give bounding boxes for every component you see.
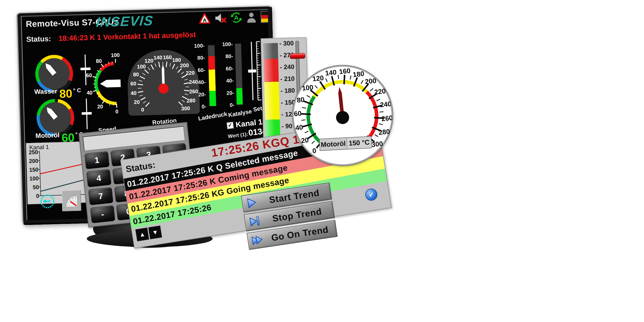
check-icon: ✓	[368, 190, 375, 199]
scroll-down-button[interactable]: ▼	[148, 225, 162, 239]
thermometer-tick-label: - 90	[281, 122, 293, 130]
back-button[interactable]	[40, 193, 55, 209]
bar-tick-label: 20-	[198, 91, 206, 98]
svg-text:250: 250	[29, 149, 38, 155]
svg-text:120: 120	[312, 74, 324, 83]
motoroel-big-gauge: 0204060801001201401601802002202402602803…	[288, 60, 397, 170]
svg-text:100: 100	[302, 84, 314, 92]
svg-text:140: 140	[325, 68, 337, 77]
bar-tick-label: 60-	[226, 65, 233, 72]
bar-tick-label: 80-	[225, 53, 233, 60]
fast-forward-icon	[251, 233, 264, 247]
svg-text:150: 150	[29, 167, 38, 173]
svg-text:A: A	[203, 17, 207, 23]
svg-text:50: 50	[33, 184, 39, 190]
arrow-left-icon	[45, 201, 50, 202]
speaker-muted-icon[interactable]	[214, 12, 227, 24]
bar-ticks: 100-80-60-40-20-0-	[192, 43, 206, 108]
svg-text:160: 160	[339, 67, 351, 76]
svg-text:120: 120	[144, 58, 153, 64]
svg-text:100: 100	[111, 52, 120, 58]
svg-text:80: 80	[133, 71, 139, 77]
bar-tick-label: 0-	[230, 102, 234, 108]
bar-tick-label: 40-	[226, 78, 234, 84]
svg-text:60: 60	[86, 72, 92, 78]
svg-text:20: 20	[134, 99, 140, 105]
svg-text:60: 60	[294, 109, 302, 118]
keypad-key-4[interactable]: 4	[86, 169, 111, 187]
knob-unit: ° C	[73, 87, 81, 94]
gauge-page-button[interactable]	[62, 190, 81, 211]
svg-text:180: 180	[352, 70, 365, 79]
header-icons: A A	[199, 11, 273, 24]
svg-text:80: 80	[96, 58, 102, 64]
thermometer-slider-handle[interactable]	[290, 53, 305, 59]
svg-text:280: 280	[378, 128, 390, 137]
speed-pointer	[100, 79, 121, 88]
auto-mode-icon[interactable]: A	[230, 12, 242, 23]
bar-ticks: 100-80-60-40-20-0-	[221, 42, 234, 107]
svg-text:200: 200	[29, 158, 38, 164]
svg-text:220: 220	[374, 87, 386, 96]
gauge-readout-label: Motoröl	[320, 138, 347, 150]
keypad-key-7[interactable]: 7	[88, 187, 113, 205]
bar-tick-label: 80-	[197, 55, 205, 61]
kanal-channel: ✓Kanal 1Wert (1):0134	[226, 117, 267, 140]
svg-text:0: 0	[36, 193, 39, 199]
status-line-message: 18:46:23 K 1 Vorkontakt 1 hat ausgelöst	[58, 30, 196, 42]
svg-text:160: 160	[163, 54, 172, 60]
bar-tick-label: 20-	[226, 90, 234, 96]
knob-name: Wasser	[34, 87, 57, 96]
bar-tick-label: 100-	[194, 43, 205, 49]
keypad-key--[interactable]: -	[90, 205, 115, 223]
thermometer-tick-label: - 240	[280, 63, 294, 71]
ladedruck-bargraph: 100-80-60-40-20-0- Ladedruck	[192, 43, 220, 124]
svg-text:140: 140	[153, 55, 163, 61]
bar-fill	[235, 43, 243, 105]
alarm-warning-icon[interactable]: A	[199, 13, 211, 24]
thermometer-tick-label: - 300	[279, 39, 294, 47]
svg-text:A: A	[234, 14, 239, 21]
user-icon[interactable]	[246, 12, 257, 23]
big-gauge-dial: 0204060801001201401601802002202402602803…	[289, 62, 396, 169]
bar-tick-label: 0-	[202, 103, 206, 110]
svg-text:20: 20	[301, 136, 309, 145]
bar-tick-label: 40-	[198, 79, 206, 86]
gauge-icon	[64, 193, 79, 209]
insevis-logo: INSEVIS	[96, 13, 154, 30]
svg-text:300: 300	[181, 105, 190, 111]
knob-name: Motoröl	[35, 131, 60, 140]
bar-fill	[208, 45, 216, 106]
status-line: Status: 18:46:23 K 1 Vorkontakt 1 hat au…	[26, 30, 196, 44]
svg-text:0: 0	[312, 147, 316, 155]
keypad-key-1[interactable]: 1	[85, 151, 109, 169]
svg-text:180: 180	[172, 57, 181, 63]
bar-tick-label: 60-	[197, 67, 205, 73]
channel-checkbox[interactable]: ✓	[226, 122, 234, 129]
play-icon	[245, 196, 258, 209]
svg-text:20: 20	[97, 103, 103, 109]
language-flag-german-icon[interactable]	[261, 11, 273, 23]
set-slider-label: Set	[253, 105, 263, 113]
svg-text:40: 40	[295, 124, 303, 132]
svg-text:60: 60	[130, 80, 136, 87]
bar-tick-label: 100-	[222, 41, 233, 47]
gauge-readout-value: 150 °C	[347, 137, 371, 149]
play-stop-icon	[248, 215, 261, 228]
svg-text:260: 260	[381, 114, 393, 123]
svg-text:0: 0	[115, 108, 118, 114]
svg-text:40: 40	[131, 90, 137, 96]
svg-text:240: 240	[380, 100, 392, 109]
svg-text:80: 80	[297, 96, 305, 104]
message-window-title: Status:	[125, 160, 156, 174]
scroll-up-button[interactable]: ▲	[135, 228, 149, 242]
svg-text:100: 100	[29, 175, 39, 182]
svg-text:40: 40	[87, 90, 93, 96]
status-line-label: Status:	[26, 35, 51, 44]
svg-text:100: 100	[137, 64, 146, 70]
svg-text:300: 300	[371, 140, 383, 149]
svg-text:200: 200	[365, 77, 377, 86]
wert-label: Wert (1):	[228, 131, 249, 139]
svg-text:200: 200	[180, 62, 189, 68]
svg-text:0: 0	[141, 107, 144, 112]
